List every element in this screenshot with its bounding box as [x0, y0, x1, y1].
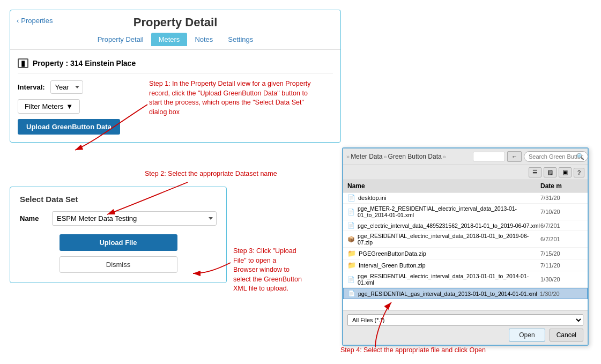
file-name: pge_electric_interval_data_4895231562_20…	[358, 222, 540, 229]
help-button[interactable]: ?	[574, 168, 584, 177]
dataset-row: Name ESPM Meter Data Testing	[20, 211, 217, 226]
file-date: 7/15/20	[540, 250, 583, 257]
cancel-button[interactable]: Cancel	[550, 329, 583, 341]
open-button[interactable]: Open	[509, 329, 545, 341]
footer-row2: Open Cancel	[347, 329, 583, 341]
view-icons-button[interactable]: ▣	[559, 167, 572, 177]
list-item[interactable]: 📁PGEGreenButtonData.zip 7/15/20	[343, 248, 588, 259]
file-date: 6/7/201	[540, 236, 583, 242]
tabs-row: Property Detail Meters Notes Settings	[19, 29, 332, 46]
folder-icon: 📁	[347, 249, 356, 257]
file-browser-actions: ☰ ▨ ▣ ?	[343, 165, 588, 180]
list-item[interactable]: 📄pge_RESIDENTIAL_gas_interval_data_2013-…	[343, 288, 588, 299]
file-date: 1/30/20	[540, 276, 583, 283]
breadcrumb-meter-data[interactable]: Meter Data	[351, 153, 382, 160]
breadcrumb-sep2: »	[383, 153, 387, 160]
property-panel: ‹ Properties Property Detail Property De…	[10, 10, 341, 143]
file-name: desktop.ini	[358, 195, 387, 201]
list-item[interactable]: 📦pge_RESIDENTIAL_electric_interval_data_…	[343, 231, 588, 248]
file-name: PGEGreenButtonData.zip	[359, 250, 426, 257]
page-title: Property Detail	[19, 16, 332, 29]
step4-annotation: Step 4: Select the appropriate file and …	[340, 346, 486, 355]
property-header: ‹ Properties Property Detail Property De…	[10, 10, 340, 50]
list-item[interactable]: 📄pge_METER-2_RESIDENTIAL_electric_interv…	[343, 204, 588, 220]
xml-icon: 📄	[347, 276, 355, 283]
list-item[interactable]: 📄desktop.ini 7/31/20	[343, 192, 588, 204]
file-name: pge_METER-2_RESIDENTIAL_electric_interva…	[358, 205, 540, 218]
list-item[interactable]: 📄pge_electric_interval_data_4895231562_2…	[343, 220, 588, 231]
tab-notes[interactable]: Notes	[187, 33, 220, 46]
file-name: pge_RESIDENTIAL_electric_interval_data_2…	[358, 273, 540, 286]
dataset-select[interactable]: ESPM Meter Data Testing	[52, 211, 217, 226]
file-name: pge_RESIDENTIAL_electric_interval_data_2…	[358, 233, 540, 246]
upload-greenbutton-button[interactable]: Upload GreenButton Data	[18, 119, 120, 135]
filter-meters-label: Filter Meters	[25, 102, 63, 110]
select-dataset-title: Select Data Set	[20, 195, 217, 204]
search-icon: 🔍	[576, 153, 584, 160]
interval-label: Interval:	[18, 83, 45, 91]
file-name: Interval_Green Button.zip	[359, 262, 426, 269]
file-date: 6/7/201	[540, 222, 583, 229]
dataset-name-label: Name	[20, 214, 47, 222]
file-list-header: Name Date m	[343, 180, 588, 192]
back-label[interactable]: Properties	[21, 17, 53, 25]
breadcrumb-green-button-data[interactable]: Green Button Data	[388, 153, 442, 160]
back-link[interactable]: ‹ Properties	[17, 17, 53, 25]
file-browser-dialog: » Meter Data » Green Button Data » ← 🔍 ☰…	[342, 147, 589, 346]
view-list-button[interactable]: ▨	[544, 167, 557, 177]
dismiss-button[interactable]: Dismiss	[60, 256, 177, 273]
file-browser-toolbar: » Meter Data » Green Button Data » ← 🔍	[343, 148, 588, 165]
breadcrumb-sep3: »	[443, 153, 446, 160]
file-date: 7/31/20	[540, 195, 583, 201]
zip-icon: 📦	[347, 236, 355, 243]
step3-annotation: Step 3: Click "UploadFile" to open aBrow…	[233, 247, 302, 294]
xml-icon: 📄	[348, 290, 355, 297]
view-details-button[interactable]: ☰	[529, 167, 541, 177]
file-name: pge_RESIDENTIAL_gas_interval_data_2013-0…	[358, 291, 537, 297]
upload-file-button[interactable]: Upload File	[60, 234, 177, 251]
breadcrumb-sep1: »	[346, 153, 350, 160]
xml-icon: 📄	[347, 209, 355, 216]
filter-meters-button[interactable]: Filter Meters ▼	[18, 99, 80, 114]
filetype-select[interactable]: All Files (*.*)	[347, 314, 583, 326]
tab-property-detail[interactable]: Property Detail	[90, 33, 151, 46]
column-date: Date m	[540, 182, 583, 190]
footer-row1: All Files (*.*)	[347, 314, 583, 326]
column-name: Name	[347, 182, 540, 190]
tab-settings[interactable]: Settings	[220, 33, 261, 46]
breadcrumb: » Meter Data » Green Button Data »	[346, 153, 471, 160]
list-item[interactable]: 📁Interval_Green Button.zip 7/11/20	[343, 259, 588, 271]
folder-icon: 📁	[347, 261, 356, 269]
interval-select[interactable]: Year	[50, 80, 83, 94]
path-dropdown[interactable]	[473, 152, 505, 161]
xml-icon: 📄	[347, 222, 355, 229]
list-item[interactable]: 📄pge_RESIDENTIAL_electric_interval_data_…	[343, 271, 588, 288]
file-icon: 📄	[347, 194, 355, 202]
dropdown-icon: ▼	[66, 102, 73, 110]
file-date: 7/11/20	[540, 262, 583, 269]
property-icon: ▮	[18, 58, 28, 68]
file-date: 7/10/20	[540, 209, 583, 215]
select-dataset-panel: Select Data Set Name ESPM Meter Data Tes…	[10, 187, 227, 283]
property-name-row: ▮ Property : 314 Einstein Place	[18, 55, 333, 74]
chevron-left-icon: ‹	[17, 17, 19, 25]
nav-back-button[interactable]: ←	[507, 151, 522, 162]
tab-meters[interactable]: Meters	[151, 33, 188, 46]
file-date: 1/30/20	[540, 291, 583, 297]
property-name: Property : 314 Einstein Place	[33, 59, 136, 68]
step1-annotation: Step 1: In the Property Detail view for …	[149, 79, 321, 117]
file-browser-footer: All Files (*.*) Open Cancel	[343, 310, 588, 345]
step2-annotation: Step 2: Select the appropriate Dataset n…	[145, 169, 277, 179]
file-list: 📄desktop.ini 7/31/20 📄pge_METER-2_RESIDE…	[343, 192, 588, 310]
